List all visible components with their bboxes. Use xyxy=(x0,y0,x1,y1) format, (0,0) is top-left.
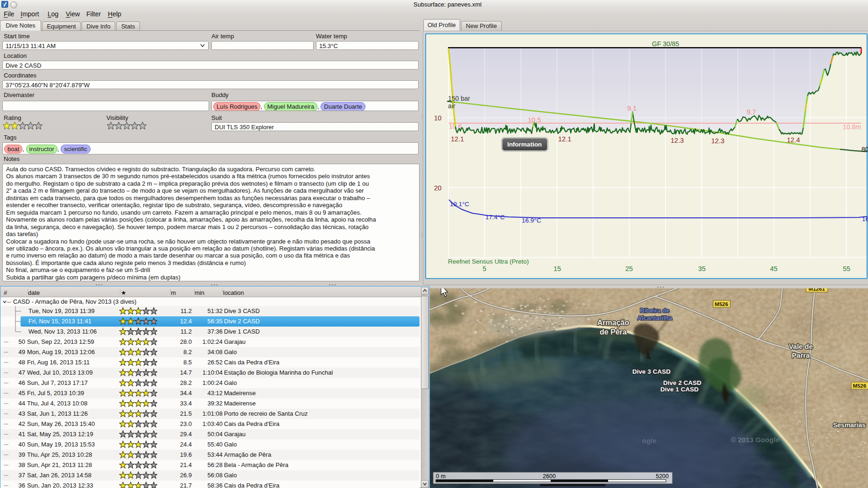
svg-text:2600: 2600 xyxy=(543,473,556,480)
svg-text:M526: M526 xyxy=(853,383,867,389)
svg-text:Vale de: Vale de xyxy=(789,342,813,350)
svg-text:20: 20 xyxy=(434,184,441,192)
svg-text:12.3: 12.3 xyxy=(711,137,724,145)
svg-text:Information: Information xyxy=(507,141,542,148)
svg-text:Dive 2 CASD: Dive 2 CASD xyxy=(663,379,701,386)
svg-text:5: 5 xyxy=(483,265,486,272)
svg-text:9.7: 9.7 xyxy=(747,108,756,116)
svg-text:© 2013 Google: © 2013 Google xyxy=(731,436,779,444)
svg-text:ogle: ogle xyxy=(642,437,657,445)
svg-text:16.9°C: 16.9°C xyxy=(522,217,541,224)
svg-text:10: 10 xyxy=(434,114,441,122)
svg-text:0 m: 0 m xyxy=(436,473,446,480)
svg-text:Armação: Armação xyxy=(597,319,630,327)
svg-text:10.5: 10.5 xyxy=(528,116,541,124)
svg-text:Reefnet Sensus Ultra (Preto): Reefnet Sensus Ultra (Preto) xyxy=(448,258,529,265)
svg-text:35: 35 xyxy=(698,265,706,272)
svg-text:19.1°C: 19.1°C xyxy=(450,201,469,208)
svg-text:150 bar: 150 bar xyxy=(448,95,470,102)
svg-text:12.1: 12.1 xyxy=(451,135,464,143)
svg-text:Parra: Parra xyxy=(792,351,810,359)
svg-text:5200: 5200 xyxy=(656,473,669,480)
svg-text:Sesmarias: Sesmarias xyxy=(833,421,866,429)
svg-text:air: air xyxy=(448,102,455,110)
svg-text:Dive 1 CASD: Dive 1 CASD xyxy=(660,386,699,393)
svg-text:25: 25 xyxy=(625,265,633,272)
svg-text:16: 16 xyxy=(862,216,868,223)
svg-text:M1261: M1261 xyxy=(808,288,825,292)
svg-text:M526: M526 xyxy=(715,301,728,307)
svg-text:15: 15 xyxy=(553,265,561,272)
svg-text:45: 45 xyxy=(770,265,777,272)
svg-text:Dive 3 CASD: Dive 3 CASD xyxy=(632,368,671,375)
svg-text:Ribeira de: Ribeira de xyxy=(640,307,670,314)
svg-text:9.1: 9.1 xyxy=(627,105,637,112)
svg-text:12.4: 12.4 xyxy=(787,136,800,144)
svg-text:55: 55 xyxy=(843,265,850,272)
svg-text:Alcantarilha: Alcantarilha xyxy=(637,314,672,321)
svg-text:80: 80 xyxy=(861,146,868,153)
svg-text:de Pêra: de Pêra xyxy=(600,328,627,336)
svg-text:12.1: 12.1 xyxy=(558,135,571,143)
svg-text:10.8m: 10.8m xyxy=(843,123,861,131)
svg-text:17.4°C: 17.4°C xyxy=(485,214,505,221)
svg-text:12.3: 12.3 xyxy=(671,137,684,144)
svg-text:GF 30/85: GF 30/85 xyxy=(652,40,679,48)
